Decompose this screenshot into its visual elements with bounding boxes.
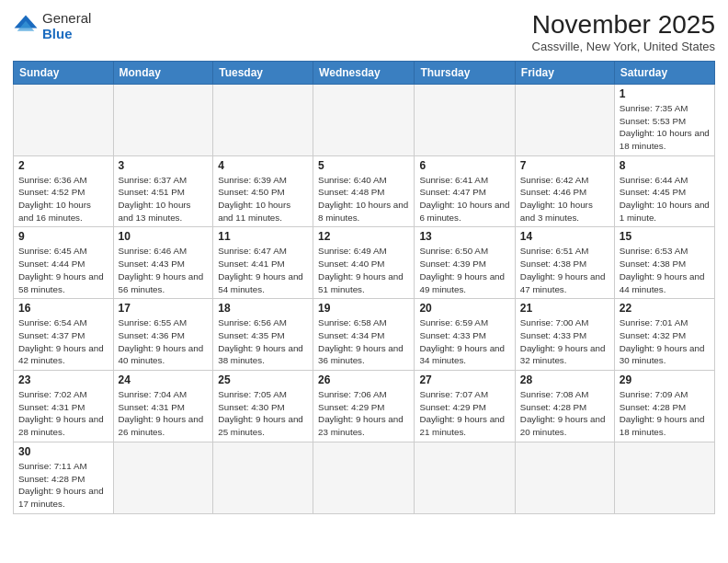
calendar-cell: 30Sunrise: 7:11 AM Sunset: 4:28 PM Dayli… <box>14 442 114 513</box>
day-number: 20 <box>419 302 509 315</box>
calendar-cell <box>313 84 415 155</box>
day-info: Sunrise: 6:59 AM Sunset: 4:33 PM Dayligh… <box>419 316 509 367</box>
day-info: Sunrise: 6:49 AM Sunset: 4:40 PM Dayligh… <box>318 245 409 295</box>
calendar-cell: 18Sunrise: 6:56 AM Sunset: 4:35 PM Dayli… <box>213 299 313 371</box>
calendar-cell <box>415 442 515 513</box>
day-info: Sunrise: 6:41 AM Sunset: 4:47 PM Dayligh… <box>419 174 509 224</box>
day-info: Sunrise: 7:08 AM Sunset: 4:28 PM Dayligh… <box>520 388 609 439</box>
title-block: November 2025 Cassville, New York, Unite… <box>532 11 715 53</box>
calendar-cell <box>213 442 313 513</box>
day-of-week-header: Friday <box>515 61 614 84</box>
calendar-week-row: 2Sunrise: 6:36 AM Sunset: 4:52 PM Daylig… <box>14 155 715 227</box>
calendar-cell: 15Sunrise: 6:53 AM Sunset: 4:38 PM Dayli… <box>614 227 714 299</box>
calendar-cell: 9Sunrise: 6:45 AM Sunset: 4:44 PM Daylig… <box>14 227 114 299</box>
day-number: 29 <box>620 373 710 386</box>
calendar-cell: 23Sunrise: 7:02 AM Sunset: 4:31 PM Dayli… <box>14 371 114 442</box>
day-info: Sunrise: 6:39 AM Sunset: 4:50 PM Dayligh… <box>218 174 308 224</box>
day-number: 11 <box>218 230 308 243</box>
day-info: Sunrise: 6:46 AM Sunset: 4:43 PM Dayligh… <box>119 245 209 295</box>
calendar-cell <box>515 84 614 155</box>
day-number: 23 <box>18 373 108 386</box>
day-info: Sunrise: 6:55 AM Sunset: 4:36 PM Dayligh… <box>119 316 209 367</box>
calendar-week-row: 23Sunrise: 7:02 AM Sunset: 4:31 PM Dayli… <box>14 371 715 442</box>
day-info: Sunrise: 7:00 AM Sunset: 4:33 PM Dayligh… <box>520 316 609 367</box>
day-number: 10 <box>119 230 209 243</box>
day-number: 9 <box>18 230 108 243</box>
logo: General Blue <box>13 11 91 41</box>
calendar-cell: 12Sunrise: 6:49 AM Sunset: 4:40 PM Dayli… <box>313 227 415 299</box>
calendar-header-row: SundayMondayTuesdayWednesdayThursdayFrid… <box>14 61 715 84</box>
day-info: Sunrise: 6:47 AM Sunset: 4:41 PM Dayligh… <box>218 245 308 295</box>
calendar-cell: 14Sunrise: 6:51 AM Sunset: 4:38 PM Dayli… <box>515 227 614 299</box>
calendar-cell: 20Sunrise: 6:59 AM Sunset: 4:33 PM Dayli… <box>415 299 515 371</box>
day-info: Sunrise: 7:07 AM Sunset: 4:29 PM Dayligh… <box>419 388 509 439</box>
day-number: 4 <box>218 159 308 172</box>
calendar-cell <box>614 442 714 513</box>
day-info: Sunrise: 7:02 AM Sunset: 4:31 PM Dayligh… <box>18 388 108 439</box>
day-number: 12 <box>318 230 409 243</box>
day-of-week-header: Thursday <box>415 61 515 84</box>
calendar-cell: 6Sunrise: 6:41 AM Sunset: 4:47 PM Daylig… <box>415 155 515 227</box>
day-number: 17 <box>119 302 209 315</box>
calendar-cell: 8Sunrise: 6:44 AM Sunset: 4:45 PM Daylig… <box>614 155 714 227</box>
day-number: 7 <box>520 159 609 172</box>
calendar-cell: 10Sunrise: 6:46 AM Sunset: 4:43 PM Dayli… <box>113 227 213 299</box>
day-info: Sunrise: 6:45 AM Sunset: 4:44 PM Dayligh… <box>18 245 108 295</box>
calendar-cell <box>313 442 415 513</box>
day-info: Sunrise: 6:54 AM Sunset: 4:37 PM Dayligh… <box>18 316 108 367</box>
calendar-cell: 11Sunrise: 6:47 AM Sunset: 4:41 PM Dayli… <box>213 227 313 299</box>
day-number: 19 <box>318 302 409 315</box>
calendar-cell: 21Sunrise: 7:00 AM Sunset: 4:33 PM Dayli… <box>515 299 614 371</box>
day-info: Sunrise: 6:56 AM Sunset: 4:35 PM Dayligh… <box>218 316 308 367</box>
calendar-cell: 3Sunrise: 6:37 AM Sunset: 4:51 PM Daylig… <box>113 155 213 227</box>
day-number: 21 <box>520 302 609 315</box>
calendar-week-row: 1Sunrise: 7:35 AM Sunset: 5:53 PM Daylig… <box>14 84 715 155</box>
logo-text: General Blue <box>42 11 91 41</box>
calendar-cell: 17Sunrise: 6:55 AM Sunset: 4:36 PM Dayli… <box>113 299 213 371</box>
calendar-cell <box>515 442 614 513</box>
day-info: Sunrise: 6:42 AM Sunset: 4:46 PM Dayligh… <box>520 174 609 224</box>
day-number: 14 <box>520 230 609 243</box>
calendar-cell: 22Sunrise: 7:01 AM Sunset: 4:32 PM Dayli… <box>614 299 714 371</box>
day-number: 6 <box>419 159 509 172</box>
calendar-cell: 25Sunrise: 7:05 AM Sunset: 4:30 PM Dayli… <box>213 371 313 442</box>
day-number: 15 <box>620 230 710 243</box>
day-info: Sunrise: 6:44 AM Sunset: 4:45 PM Dayligh… <box>620 174 710 224</box>
calendar-week-row: 9Sunrise: 6:45 AM Sunset: 4:44 PM Daylig… <box>14 227 715 299</box>
calendar-cell: 29Sunrise: 7:09 AM Sunset: 4:28 PM Dayli… <box>614 371 714 442</box>
day-info: Sunrise: 7:01 AM Sunset: 4:32 PM Dayligh… <box>620 316 710 367</box>
day-info: Sunrise: 6:40 AM Sunset: 4:48 PM Dayligh… <box>318 174 409 224</box>
calendar-cell: 28Sunrise: 7:08 AM Sunset: 4:28 PM Dayli… <box>515 371 614 442</box>
day-number: 27 <box>419 373 509 386</box>
calendar-page: General Blue November 2025 Cassville, Ne… <box>0 0 728 563</box>
day-number: 28 <box>520 373 609 386</box>
calendar-cell: 24Sunrise: 7:04 AM Sunset: 4:31 PM Dayli… <box>113 371 213 442</box>
day-of-week-header: Monday <box>113 61 213 84</box>
logo-icon <box>13 14 39 40</box>
day-info: Sunrise: 6:53 AM Sunset: 4:38 PM Dayligh… <box>620 245 710 295</box>
day-of-week-header: Saturday <box>614 61 714 84</box>
calendar-table: SundayMondayTuesdayWednesdayThursdayFrid… <box>13 61 715 514</box>
day-number: 24 <box>119 373 209 386</box>
calendar-cell: 19Sunrise: 6:58 AM Sunset: 4:34 PM Dayli… <box>313 299 415 371</box>
day-number: 1 <box>620 87 710 100</box>
header: General Blue November 2025 Cassville, Ne… <box>13 11 715 53</box>
day-of-week-header: Sunday <box>14 61 114 84</box>
day-info: Sunrise: 7:06 AM Sunset: 4:29 PM Dayligh… <box>318 388 409 439</box>
day-of-week-header: Wednesday <box>313 61 415 84</box>
day-number: 3 <box>119 159 209 172</box>
day-of-week-header: Tuesday <box>213 61 313 84</box>
day-info: Sunrise: 7:05 AM Sunset: 4:30 PM Dayligh… <box>218 388 308 439</box>
day-info: Sunrise: 7:35 AM Sunset: 5:53 PM Dayligh… <box>620 102 710 153</box>
calendar-cell: 7Sunrise: 6:42 AM Sunset: 4:46 PM Daylig… <box>515 155 614 227</box>
calendar-cell: 5Sunrise: 6:40 AM Sunset: 4:48 PM Daylig… <box>313 155 415 227</box>
day-number: 2 <box>18 159 108 172</box>
calendar-cell: 1Sunrise: 7:35 AM Sunset: 5:53 PM Daylig… <box>614 84 714 155</box>
month-title: November 2025 <box>532 11 715 40</box>
calendar-cell <box>14 84 114 155</box>
day-info: Sunrise: 7:04 AM Sunset: 4:31 PM Dayligh… <box>119 388 209 439</box>
day-number: 13 <box>419 230 509 243</box>
day-info: Sunrise: 7:11 AM Sunset: 4:28 PM Dayligh… <box>18 460 108 511</box>
location-subtitle: Cassville, New York, United States <box>532 40 715 53</box>
calendar-cell <box>113 84 213 155</box>
